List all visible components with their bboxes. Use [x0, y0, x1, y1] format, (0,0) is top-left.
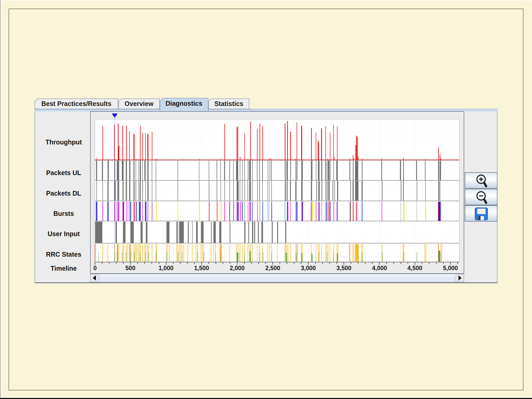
svg-text:Best Practices/Results: Best Practices/Results: [41, 100, 111, 107]
svg-text:Overview: Overview: [124, 100, 154, 107]
svg-text:Statistics: Statistics: [214, 100, 243, 107]
svg-text:Diagnostics: Diagnostics: [165, 100, 202, 107]
